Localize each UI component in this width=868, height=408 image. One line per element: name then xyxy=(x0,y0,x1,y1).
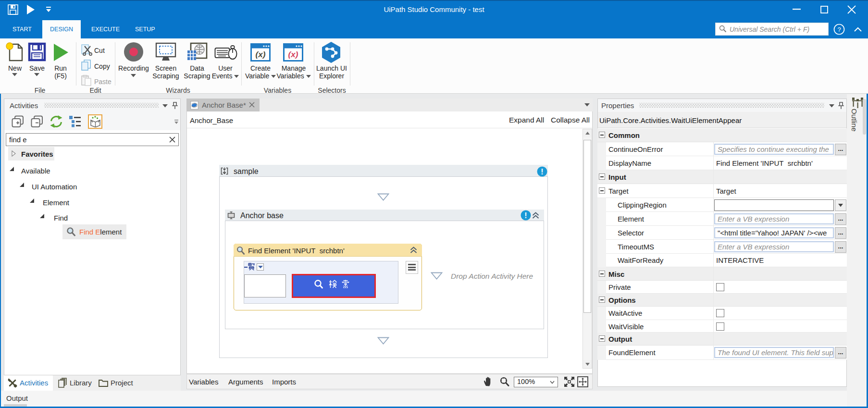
svg-text:!: ! xyxy=(524,211,527,220)
svg-text:(x): (x) xyxy=(256,50,266,59)
svg-text:(x): (x) xyxy=(288,50,298,59)
svg-text:!: ! xyxy=(541,168,543,176)
svg-text:?: ? xyxy=(837,26,841,33)
